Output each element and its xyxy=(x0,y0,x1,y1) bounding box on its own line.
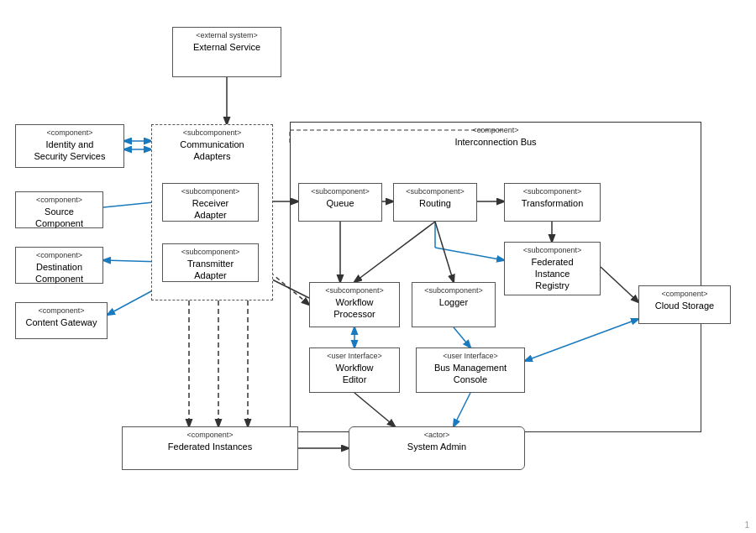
workflow-processor-box: <subcomponent> WorkflowProcessor xyxy=(309,282,400,327)
receiver-stereotype: <subcomponent> xyxy=(168,187,253,197)
queue-stereotype: <subcomponent> xyxy=(304,187,376,197)
federated-instance-registry-box: <subcomponent> FederatedInstanceRegistry xyxy=(504,242,601,295)
queue-label: Queue xyxy=(304,197,376,209)
logger-box: <subcomponent> Logger xyxy=(412,282,496,327)
source-stereotype: <component> xyxy=(21,196,97,206)
routing-box: <subcomponent> Routing xyxy=(393,183,477,222)
routing-label: Routing xyxy=(399,197,471,209)
transformation-label: Transformation xyxy=(510,197,595,209)
destination-stereotype: <component> xyxy=(21,251,97,261)
workflow-editor-box: <user Interface> WorkflowEditor xyxy=(309,347,400,393)
logger-stereotype: <subcomponent> xyxy=(417,286,490,296)
transformation-box: <subcomponent> Transformation xyxy=(504,183,601,222)
system-admin-stereotype: <actor> xyxy=(354,431,519,441)
fed-registry-label: FederatedInstanceRegistry xyxy=(510,256,595,292)
comm-adapters-stereotype: <subcomponent> xyxy=(157,128,267,138)
fed-registry-stereotype: <subcomponent> xyxy=(510,246,595,256)
external-service-label: External Service xyxy=(178,41,276,53)
architecture-diagram: <external system> External Service <comp… xyxy=(0,0,756,533)
interconnection-bus-label: Interconnection Bus xyxy=(296,136,696,148)
transmitter-label: TransmitterAdapter xyxy=(168,258,253,282)
content-gateway-box: <component> Content Gateway xyxy=(15,302,108,339)
transmitter-stereotype: <subcomponent> xyxy=(168,248,253,258)
workflow-processor-label: WorkflowProcessor xyxy=(315,296,394,321)
federated-instances-box: <component> Federated Instances xyxy=(122,426,298,470)
receiver-adapter-box: <subcomponent> ReceiverAdapter xyxy=(162,183,259,222)
bus-mgmt-label: Bus ManagementConsole xyxy=(422,362,519,386)
system-admin-box: <actor> System Admin xyxy=(349,426,525,470)
destination-component-box: <component> DestinationComponent xyxy=(15,247,103,284)
external-service-box: <external system> External Service xyxy=(172,27,281,77)
fed-instances-label: Federated Instances xyxy=(128,441,292,452)
comm-adapters-label: CommunicationAdapters xyxy=(157,138,267,163)
cloud-storage-box: <component> Cloud Storage xyxy=(638,285,731,324)
workflow-editor-stereotype: <user Interface> xyxy=(315,352,394,362)
bus-mgmt-stereotype: <user Interface> xyxy=(422,352,519,362)
identity-security-label: Identity andSecurity Services xyxy=(21,138,118,163)
routing-stereotype: <subcomponent> xyxy=(399,187,471,197)
transmitter-adapter-box: <subcomponent> TransmitterAdapter xyxy=(162,243,259,282)
workflow-editor-label: WorkflowEditor xyxy=(315,362,394,386)
interconnection-bus-stereotype: <component> xyxy=(296,126,696,136)
cloud-storage-stereotype: <component> xyxy=(644,290,725,300)
transformation-stereotype: <subcomponent> xyxy=(510,187,595,197)
cloud-storage-label: Cloud Storage xyxy=(644,300,725,311)
destination-label: DestinationComponent xyxy=(21,261,97,285)
content-gateway-label: Content Gateway xyxy=(21,316,102,328)
queue-box: <subcomponent> Queue xyxy=(298,183,382,222)
identity-security-box: <component> Identity andSecurity Service… xyxy=(15,124,124,168)
receiver-label: ReceiverAdapter xyxy=(168,197,253,222)
page-number: 1 xyxy=(744,520,749,530)
system-admin-label: System Admin xyxy=(354,441,519,452)
source-component-box: <component> SourceComponent xyxy=(15,191,103,228)
workflow-processor-stereotype: <subcomponent> xyxy=(315,286,394,296)
external-service-stereotype: <external system> xyxy=(178,31,276,41)
identity-security-stereotype: <component> xyxy=(21,128,118,138)
bus-management-console-box: <user Interface> Bus ManagementConsole xyxy=(416,347,525,393)
source-label: SourceComponent xyxy=(21,206,97,230)
content-gateway-stereotype: <component> xyxy=(21,306,102,316)
logger-label: Logger xyxy=(417,296,490,308)
fed-instances-stereotype: <component> xyxy=(128,431,292,441)
